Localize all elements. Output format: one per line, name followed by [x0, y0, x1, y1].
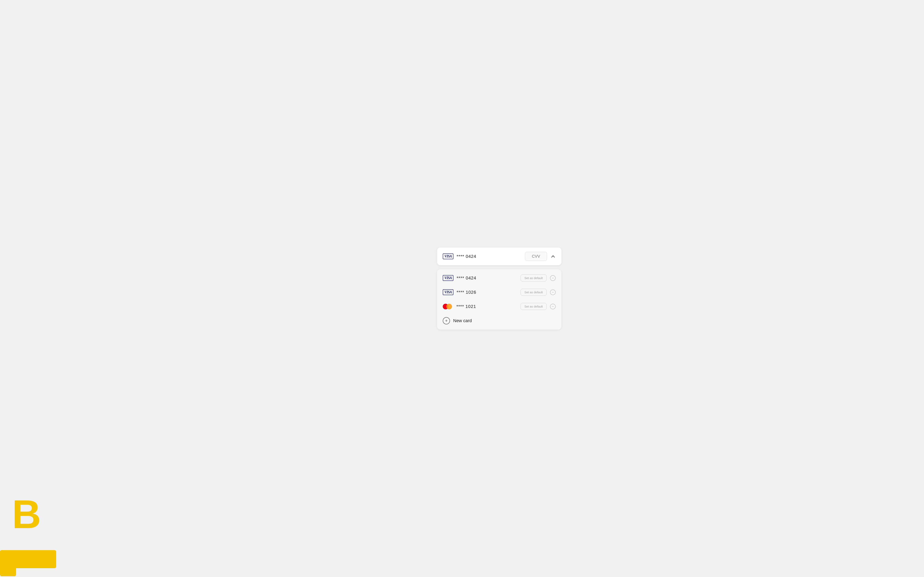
- card-number-1026: **** 1026: [457, 290, 476, 295]
- card-number-1021: **** 1021: [456, 304, 476, 309]
- selected-card-info: VISA **** 0424: [443, 253, 522, 259]
- minus-circle-0424: −: [550, 275, 556, 281]
- page-container: B VISA **** 0424 VISA: [0, 0, 924, 577]
- cvv-input[interactable]: [525, 252, 547, 261]
- new-card-label: New card: [453, 318, 472, 323]
- main-content: VISA **** 0424 VISA **** 0424 Set as def…: [437, 247, 561, 330]
- chevron-up-icon[interactable]: [550, 254, 556, 259]
- mc-circle-right: [446, 304, 452, 309]
- card-number-0424: **** 0424: [457, 276, 476, 281]
- add-card-icon: +: [443, 317, 450, 324]
- minus-circle-1021: −: [550, 304, 556, 309]
- selected-card-row: VISA **** 0424: [437, 247, 561, 265]
- dropdown-panel: VISA **** 0424 Set as default − VISA ***…: [437, 269, 561, 330]
- set-default-btn-0424[interactable]: Set as default: [520, 274, 547, 282]
- selected-card-visa-logo: VISA: [443, 253, 453, 259]
- new-card-row[interactable]: + New card: [437, 314, 561, 328]
- card-info-1021: **** 1021: [443, 304, 517, 309]
- card-info-1026: VISA **** 1026: [443, 289, 517, 295]
- card-option-row[interactable]: VISA **** 0424 Set as default −: [437, 271, 561, 285]
- card-visa-logo-1026: VISA: [443, 289, 453, 295]
- remove-btn-0424[interactable]: −: [550, 275, 556, 281]
- remove-btn-1026[interactable]: −: [550, 289, 556, 295]
- svg-text:B: B: [12, 492, 41, 537]
- selected-card-number: **** 0424: [457, 254, 476, 259]
- card-info-0424: VISA **** 0424: [443, 275, 517, 281]
- card-option-row-1021[interactable]: **** 1021 Set as default −: [437, 299, 561, 314]
- svg-rect-2: [0, 550, 16, 576]
- card-visa-logo-0424: VISA: [443, 275, 453, 281]
- minus-circle-1026: −: [550, 290, 556, 295]
- remove-btn-1021[interactable]: −: [550, 303, 556, 309]
- card-option-row-1026[interactable]: VISA **** 1026 Set as default −: [437, 285, 561, 299]
- set-default-btn-1021[interactable]: Set as default: [520, 303, 547, 310]
- brand-decoration: B: [0, 484, 60, 577]
- svg-rect-1: [0, 550, 56, 568]
- mastercard-logo-1021: [443, 304, 453, 309]
- set-default-btn-1026[interactable]: Set as default: [520, 289, 547, 296]
